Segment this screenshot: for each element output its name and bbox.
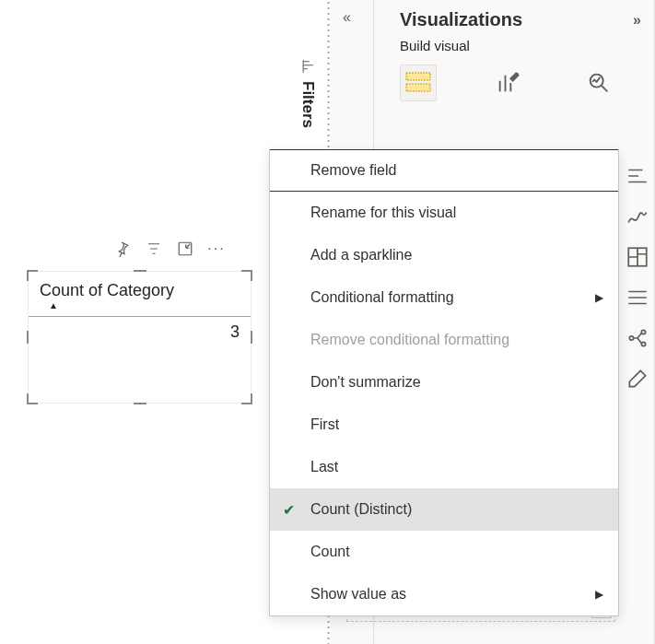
menu-count-distinct[interactable]: ✔ Count (Distinct): [270, 488, 618, 531]
svg-point-5: [629, 336, 633, 340]
menu-show-value-as[interactable]: Show value as▶: [270, 573, 618, 615]
svg-point-7: [641, 342, 645, 345]
resize-handle[interactable]: [241, 393, 252, 404]
menu-last[interactable]: Last: [270, 446, 618, 488]
menu-remove-conditional-formatting: Remove conditional formatting: [270, 319, 618, 361]
menu-count[interactable]: Count: [270, 531, 618, 573]
resize-handle[interactable]: [134, 270, 146, 272]
resize-handle[interactable]: [27, 270, 38, 281]
menu-first[interactable]: First: [270, 404, 618, 446]
collapse-icon[interactable]: «: [343, 9, 351, 26]
analytics-tab-icon[interactable]: [580, 64, 617, 101]
chevron-right-icon: ▶: [595, 291, 603, 304]
visual-column-header[interactable]: Count of Category ▲: [29, 272, 251, 317]
menu-add-sparkline[interactable]: Add a sparkline: [270, 234, 618, 276]
more-options-icon[interactable]: ···: [207, 240, 226, 258]
format-tab-icon[interactable]: [490, 64, 527, 101]
visualizations-title: Visualizations: [400, 9, 522, 30]
resize-handle[interactable]: [27, 331, 29, 344]
resize-handle[interactable]: [27, 393, 38, 404]
build-visual-label: Build visual: [374, 34, 654, 59]
svg-rect-1: [406, 73, 430, 80]
menu-remove-field[interactable]: Remove field: [270, 149, 618, 192]
viz-type-strip: [623, 164, 654, 392]
expand-icon[interactable]: »: [633, 12, 641, 29]
viz-tab-row: [374, 59, 654, 111]
filters-label: Filters: [298, 59, 317, 128]
column-header-label: Count of Category: [40, 281, 174, 299]
svg-rect-2: [406, 84, 430, 91]
card-visual[interactable]: Count of Category ▲ 3: [28, 271, 251, 404]
eraser-icon[interactable]: [626, 367, 651, 392]
focus-mode-icon[interactable]: [176, 240, 194, 258]
resize-handle[interactable]: [251, 331, 252, 344]
filter-icon[interactable]: [145, 240, 163, 258]
check-icon: ✔: [283, 501, 295, 519]
resize-handle[interactable]: [241, 270, 252, 281]
svg-point-6: [641, 330, 645, 334]
visual-floating-toolbar: ···: [113, 240, 226, 258]
sort-asc-icon: ▲: [49, 300, 240, 310]
menu-dont-summarize[interactable]: Don't summarize: [270, 361, 618, 404]
treemap-icon[interactable]: [626, 245, 651, 271]
field-context-menu: Remove field Rename for this visual Add …: [269, 149, 619, 616]
resize-handle[interactable]: [134, 403, 146, 404]
chevron-right-icon: ▶: [595, 588, 603, 601]
build-tab-icon[interactable]: [400, 64, 437, 101]
pin-icon[interactable]: [113, 240, 132, 258]
chart-icon: [300, 59, 315, 74]
decomposition-icon[interactable]: [626, 326, 651, 352]
menu-rename[interactable]: Rename for this visual: [270, 192, 618, 234]
ribbon-icon[interactable]: [626, 205, 651, 230]
matrix-icon[interactable]: [626, 286, 651, 311]
stacked-bar-icon[interactable]: [626, 164, 651, 190]
menu-conditional-formatting[interactable]: Conditional formatting▶: [270, 276, 618, 319]
visual-cell-value: 3: [29, 317, 251, 347]
